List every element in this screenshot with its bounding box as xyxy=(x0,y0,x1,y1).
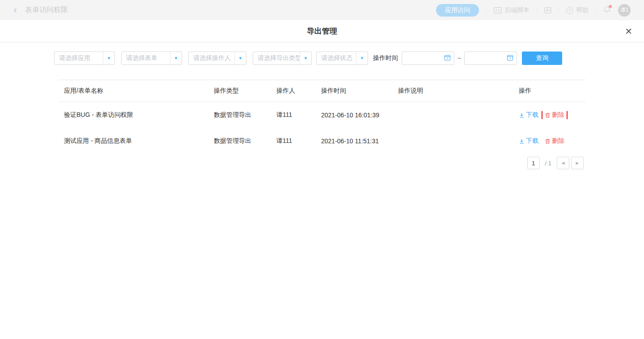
select-status-placeholder: 请选择状态 xyxy=(317,52,356,64)
date-to-input[interactable]: 7 xyxy=(464,51,517,65)
code-icon xyxy=(494,7,502,13)
filter-bar: 请选择应用 ▼ 请选择表单 ▼ 请选择操作人 ▼ 请选择导出类型 ▼ 请选择状态… xyxy=(54,51,644,65)
col-header-name: 应用/表单名称 xyxy=(58,87,208,95)
delete-button[interactable]: 删除 xyxy=(545,111,564,119)
date-separator: ~ xyxy=(458,55,461,62)
app-grid-icon xyxy=(544,7,551,14)
close-icon[interactable]: ✕ xyxy=(625,26,632,37)
next-page-button[interactable]: ▶ xyxy=(571,157,584,169)
time-range-label: 操作时间 xyxy=(373,54,398,62)
row-operation-type: 数据管理导出 xyxy=(208,111,271,119)
col-header-actions: 操作 xyxy=(513,87,586,95)
select-form-placeholder: 请选择表单 xyxy=(122,52,170,64)
app-access-button[interactable]: 应用访问 xyxy=(436,4,479,17)
trash-icon xyxy=(545,138,551,144)
table-header: 应用/表单名称 操作类型 操作人 操作时间 操作说明 操作 xyxy=(58,80,586,102)
help-label: 帮助 xyxy=(576,6,589,14)
delete-label: 删除 xyxy=(552,111,564,119)
notification-button[interactable] xyxy=(603,6,611,15)
col-header-type: 操作类型 xyxy=(208,87,271,95)
pagination: 1 / 1 ◀ ▶ xyxy=(0,157,584,169)
chevron-left-icon: ◀ xyxy=(562,161,565,165)
calendar-icon: 7 xyxy=(444,54,451,62)
table-row: 验证BUG - 表单访问权限 数据管理导出 谭111 2021-06-10 16… xyxy=(58,102,586,128)
download-icon xyxy=(519,112,525,118)
select-app[interactable]: 请选择应用 ▼ xyxy=(54,51,115,65)
row-operator: 谭111 xyxy=(271,137,315,145)
row-operation-time: 2021-06-10 16:01:39 xyxy=(315,112,392,119)
back-chevron-icon[interactable]: ‹ xyxy=(13,4,17,15)
download-button[interactable]: 下载 xyxy=(519,111,538,119)
svg-text:7: 7 xyxy=(509,57,511,60)
divider xyxy=(537,7,537,14)
select-app-placeholder: 请选择应用 xyxy=(55,52,103,64)
download-label: 下载 xyxy=(526,137,538,145)
row-operation-type: 数据管理导出 xyxy=(208,137,271,145)
col-header-time: 操作时间 xyxy=(315,87,392,95)
chevron-down-icon: ▼ xyxy=(356,52,368,64)
select-operator-placeholder: 请选择操作人 xyxy=(189,52,234,64)
col-header-operator: 操作人 xyxy=(271,87,315,95)
avatar-text: 谭1 xyxy=(620,6,629,14)
chevron-right-icon: ▶ xyxy=(576,161,579,165)
row-app-form-name: 测试应用 - 商品信息表单 xyxy=(58,137,208,145)
backend-script-button[interactable]: 后端脚本 xyxy=(494,6,530,14)
prev-page-button[interactable]: ◀ xyxy=(557,157,569,169)
table-row: 测试应用 - 商品信息表单 数据管理导出 谭111 2021-06-10 11:… xyxy=(58,128,586,154)
select-export-type[interactable]: 请选择导出类型 ▼ xyxy=(253,51,312,65)
page-number-input[interactable]: 1 xyxy=(527,157,540,169)
row-operator: 谭111 xyxy=(271,111,315,119)
notification-dot xyxy=(609,5,612,8)
chevron-down-icon: ▼ xyxy=(103,52,114,64)
download-icon xyxy=(519,138,525,144)
page-title: 表单访问权限 xyxy=(25,5,68,15)
topbar: ‹ 表单访问权限 应用访问 后端脚本 xyxy=(0,0,644,20)
table-body: 验证BUG - 表单访问权限 数据管理导出 谭111 2021-06-10 16… xyxy=(58,102,586,154)
help-icon: ? xyxy=(566,7,573,14)
download-label: 下载 xyxy=(526,111,538,119)
chevron-down-icon: ▼ xyxy=(300,52,311,64)
delete-label: 删除 xyxy=(552,137,564,145)
chevron-down-icon: ▼ xyxy=(170,52,182,64)
col-header-note: 操作说明 xyxy=(392,87,513,95)
download-button[interactable]: 下载 xyxy=(519,137,538,145)
svg-text:7: 7 xyxy=(447,57,449,60)
trash-icon xyxy=(545,112,551,118)
divider xyxy=(596,7,596,14)
modal-header: 导出管理 ✕ xyxy=(0,20,644,43)
row-actions: 下载 删除 xyxy=(513,137,586,145)
export-table: 应用/表单名称 操作类型 操作人 操作时间 操作说明 操作 验证BUG - 表单… xyxy=(58,80,586,154)
backend-script-label: 后端脚本 xyxy=(504,6,530,14)
divider xyxy=(559,7,559,14)
delete-button[interactable]: 删除 xyxy=(545,137,564,145)
row-operation-time: 2021-06-10 11:51:31 xyxy=(315,137,392,145)
help-button[interactable]: ? 帮助 xyxy=(566,6,589,14)
calendar-icon: 7 xyxy=(507,54,513,62)
avatar[interactable]: 谭1 xyxy=(618,4,631,17)
select-export-type-placeholder: 请选择导出类型 xyxy=(253,52,300,64)
row-app-form-name: 验证BUG - 表单访问权限 xyxy=(58,111,208,119)
row-actions: 下载 删除 xyxy=(513,111,586,119)
search-button[interactable]: 查询 xyxy=(522,51,562,65)
modal-title: 导出管理 xyxy=(307,26,337,36)
topbar-menu: 应用访问 后端脚本 ? 帮助 xyxy=(436,4,637,17)
select-status[interactable]: 请选择状态 ▼ xyxy=(316,51,368,65)
date-from-input[interactable]: 7 xyxy=(402,51,454,65)
divider xyxy=(486,7,487,14)
chevron-down-icon: ▼ xyxy=(234,52,246,64)
app-center-button[interactable] xyxy=(544,7,551,14)
select-form[interactable]: 请选择表单 ▼ xyxy=(121,51,182,65)
app-access-label: 应用访问 xyxy=(445,6,470,14)
page-total-label: / 1 xyxy=(545,160,551,167)
select-operator[interactable]: 请选择操作人 ▼ xyxy=(188,51,246,65)
